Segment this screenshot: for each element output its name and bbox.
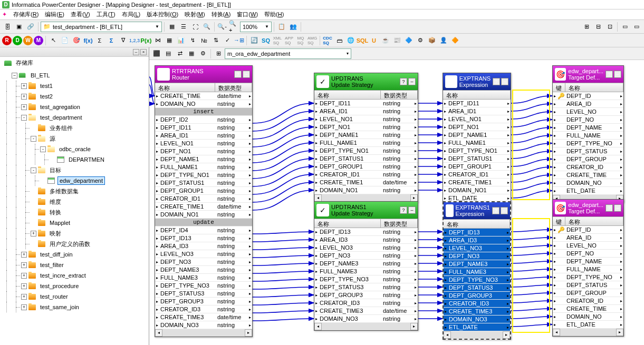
tb-repo-icon[interactable]: 🗄: [2, 22, 13, 32]
port-row[interactable]: ▸LEVEL_NO3nstring▸: [155, 250, 252, 258]
trans-min-icon[interactable]: –: [501, 78, 508, 85]
port-row[interactable]: ▸DEPT_NAME1nstring▸: [155, 155, 252, 163]
port-row[interactable]: ▸DEPT_TYPE_NO1▸: [443, 147, 511, 155]
tree-item[interactable]: +映射: [2, 228, 149, 239]
port-row[interactable]: ▸AREA_ID▸: [553, 100, 623, 108]
ct-stack-icon[interactable]: ▤: [163, 48, 174, 59]
tree-item[interactable]: -源: [2, 133, 149, 144]
tb-refresh-icon[interactable]: 🔄: [249, 35, 259, 46]
port-row[interactable]: ▸CREATOR_ID1nstring▸: [155, 195, 252, 203]
tree-item[interactable]: 维度: [2, 196, 149, 207]
menu-item[interactable]: 版本控制(O): [143, 9, 181, 19]
tree-item[interactable]: +test_filter: [2, 260, 149, 270]
tree-item[interactable]: -test_department: [2, 112, 149, 123]
port-row[interactable]: ▸AREA_ID3nstring▸: [314, 236, 418, 244]
trans-min-icon[interactable]: –: [614, 71, 621, 78]
scroll-right-icon[interactable]: ▸: [245, 329, 252, 337]
port-row[interactable]: ▸DEPT_NAME3nstring▸: [155, 266, 252, 274]
port-row[interactable]: ▸DOMAIN_NO1nstring▸: [155, 211, 252, 219]
tb-expand-icon[interactable]: ⛶: [190, 22, 200, 32]
port-row[interactable]: ▸DEPT_NO3nstring▸: [314, 252, 418, 260]
port-row[interactable]: ▸AREA_ID▸: [553, 234, 623, 242]
tb-us-icon[interactable]: 👤: [438, 35, 449, 46]
trans-exptrans[interactable]: fxEXPTRANSExpression?–名称▸DEPT_ID11▸▸AREA…: [443, 73, 511, 210]
trans-updtrans[interactable]: ✓UPDTRANSUpdate Strategy?–名称数据类型▸DEPT_ID…: [314, 73, 418, 202]
tree-item[interactable]: -目标: [2, 165, 149, 175]
trans-updtrans1[interactable]: ✓UPDTRANS1Update Strategy?–名称数据类型▸DEPT_I…: [314, 201, 418, 331]
port-row[interactable]: ▸DOMAIN_NO3nstring▸: [155, 321, 252, 329]
tb-sql-icon[interactable]: SQL: [357, 35, 368, 46]
port-row[interactable]: ▸DEPT_GROUP1nstring▸: [155, 187, 252, 195]
tb-mq-icon[interactable]: MQSQ: [295, 35, 306, 46]
tb-md-icon[interactable]: 🔷: [403, 35, 414, 46]
port-row[interactable]: ▸DEPT_GROUP3nstring▸: [314, 291, 418, 299]
tb-source-icon[interactable]: 📄: [60, 35, 70, 46]
port-row[interactable]: ▸CREATE_TIME▸: [553, 171, 623, 179]
tb-filter-icon[interactable]: ∇: [118, 35, 128, 46]
tb-rank-icon[interactable]: 📊: [176, 35, 186, 46]
tb-people-icon[interactable]: 👥: [288, 22, 299, 32]
sidebar-close-icon[interactable]: ×: [140, 49, 147, 55]
port-row[interactable]: ▸CREATE_TIME1date/time▸: [314, 179, 418, 186]
trans-help-icon[interactable]: ?: [400, 78, 407, 85]
tb-xml2-icon[interactable]: 📰: [392, 35, 402, 46]
port-row[interactable]: ▸DEPT_TYPE_NO1nstring▸: [155, 171, 252, 179]
trans-rtrtrans[interactable]: ↯RTRTRANSRouter?–名称数据类型▸CREATE_TIMEdate/…: [155, 65, 253, 337]
port-row[interactable]: ▸DOMAIN_NO3▸: [444, 316, 510, 323]
port-row[interactable]: ▸CREATOR_ID3▸: [444, 300, 510, 308]
port-row[interactable]: ▸ETL_DATE▸: [444, 323, 510, 331]
tb-align3-icon[interactable]: ⊡: [604, 22, 615, 32]
port-row[interactable]: ▸DEPT_NO▸: [553, 116, 623, 124]
port-row[interactable]: ▸DEPT_NAME▸: [553, 124, 623, 132]
port-row[interactable]: ▸DEPT_NO1nstring▸: [314, 123, 418, 131]
port-row[interactable]: ▸DEPT_TYPE_NO▸: [553, 140, 623, 147]
port-row[interactable]: ▸DEPT_ID4nstring▸: [155, 226, 252, 234]
port-row[interactable]: ▸DEPT_GROUP1nstring▸: [314, 163, 418, 171]
port-row[interactable]: ▸CREATOR_ID▸: [553, 163, 623, 171]
tb-cdc-icon[interactable]: CDCSQ: [322, 35, 333, 46]
port-row[interactable]: ▸DEPT_NO1▸: [443, 123, 511, 131]
menu-item[interactable]: 编辑(E): [42, 9, 68, 19]
port-row[interactable]: ▸DEPT_STATUS1nstring▸: [314, 155, 418, 163]
tb-arrow-icon[interactable]: →⊞: [234, 35, 244, 46]
port-row[interactable]: ▸DEPT_NAME▸: [553, 258, 623, 265]
tb-m-icon[interactable]: M: [34, 36, 43, 45]
port-row[interactable]: ▸DEPT_NAME1nstring▸: [314, 131, 418, 139]
ct-layout-icon[interactable]: ▦: [186, 48, 197, 59]
trans-help-icon[interactable]: ?: [234, 71, 242, 78]
port-row[interactable]: ▸FULL_NAME3▸: [444, 268, 510, 276]
trans-min-icon[interactable]: –: [501, 207, 508, 214]
port-row[interactable]: ▸DEPT_NO3▸: [444, 252, 510, 260]
port-row[interactable]: ▸LEVEL_NO▸: [553, 108, 623, 116]
port-row[interactable]: ▸DOMAIN_NO▸: [553, 313, 623, 321]
port-row[interactable]: ▸AREA_ID1nstring▸: [314, 107, 418, 115]
port-row[interactable]: ▸LEVEL_NO1nstring▸: [314, 115, 418, 123]
port-row[interactable]: ▸DEPT_STATUS1▸: [443, 155, 511, 163]
port-row[interactable]: ▸DEPT_GROUP▸: [553, 155, 623, 163]
tb-tc-icon[interactable]: ⚙: [415, 35, 426, 46]
port-row[interactable]: ▸FULL_NAME3nstring▸: [314, 268, 418, 275]
port-row[interactable]: ▸LEVEL_NO3▸: [444, 244, 510, 252]
port-row[interactable]: ▸DEPT_NO▸: [553, 250, 623, 258]
tb-sigma-icon[interactable]: Σ: [106, 35, 117, 46]
port-row[interactable]: ▸CREATE_TIME1date/time▸: [155, 203, 252, 211]
tb-dm-icon[interactable]: 🔶: [450, 35, 460, 46]
port-row[interactable]: ▸CREATE_TIME3▸: [444, 308, 510, 316]
port-row[interactable]: ▸CREATE_TIMEdate/time▸: [155, 92, 252, 100]
tb-xml-icon[interactable]: XMLSQ: [272, 35, 283, 46]
menu-item[interactable]: 布局(L): [119, 9, 143, 19]
port-row[interactable]: ▸FULL_NAME1▸: [443, 139, 511, 147]
tb-u-icon[interactable]: U: [369, 35, 379, 46]
port-row[interactable]: insert: [155, 108, 252, 116]
tb-d-icon[interactable]: D: [13, 36, 22, 45]
port-row[interactable]: ▸AREA_ID3▸: [444, 236, 510, 244]
tree-item[interactable]: 多维数据集: [2, 186, 149, 196]
port-row[interactable]: ▸DEPT_ID11nstring▸: [155, 124, 252, 132]
port-row[interactable]: ▸LEVEL_NO3nstring▸: [314, 244, 418, 252]
tree-item[interactable]: edw_department: [2, 175, 149, 186]
trans-min-icon[interactable]: –: [408, 206, 416, 214]
tb-join-icon[interactable]: ⋈: [152, 35, 163, 46]
tree-item[interactable]: 转换: [2, 207, 149, 218]
ct-arrange-icon[interactable]: ⬛: [151, 48, 162, 59]
trans-target2[interactable]: 🎯edw_depart...Target Def...?–键名称▸🔑DEPT_I…: [552, 199, 624, 337]
